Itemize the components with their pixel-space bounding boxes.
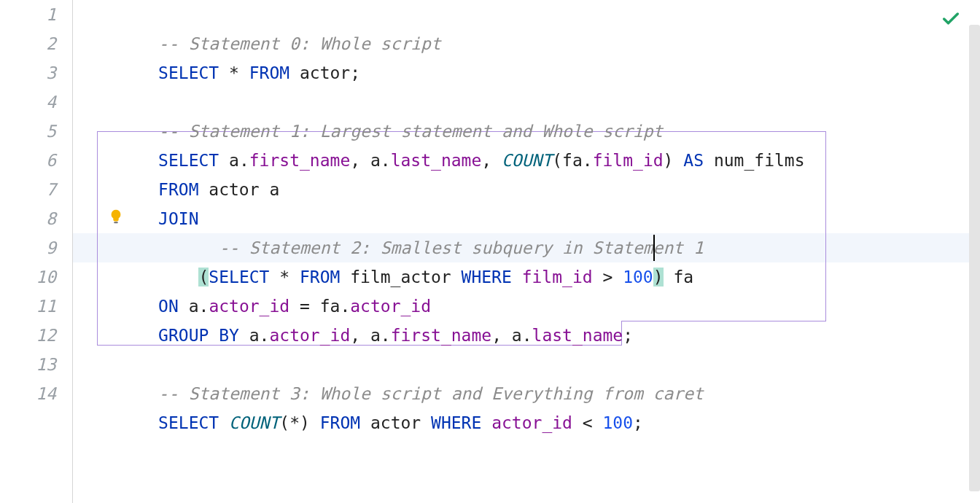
gutter-line-number: 4 — [0, 87, 56, 117]
keyword-select: SELECT — [158, 63, 219, 82]
column-actor-id: actor_id — [491, 413, 572, 432]
scrollbar-thumb[interactable] — [969, 25, 980, 491]
column-actor-id: actor_id — [269, 326, 350, 345]
keyword-where: WHERE — [431, 413, 481, 432]
bracket-close: ) — [653, 268, 664, 286]
comment-text: -- Statement 3: Whole script and Everyth… — [158, 384, 704, 403]
text-caret — [653, 235, 655, 261]
column-film-id: film_id — [593, 151, 664, 170]
number-literal: 100 — [623, 268, 653, 286]
column-first-name: first_name — [391, 326, 491, 345]
bracket-open: ( — [198, 268, 209, 286]
keyword-select: SELECT — [158, 413, 219, 432]
gutter-line-number: 13 — [0, 350, 56, 379]
keyword-from: FROM — [158, 180, 198, 199]
keyword-select: SELECT — [209, 268, 269, 286]
keyword-from: FROM — [320, 413, 360, 432]
keyword-where: WHERE — [462, 268, 512, 286]
comment-text: -- Statement 1: Largest statement and Wh… — [158, 122, 663, 141]
gutter-line-number: 11 — [0, 292, 56, 321]
column-film-id: film_id — [522, 268, 593, 286]
vertical-scrollbar[interactable] — [969, 25, 980, 491]
keyword-join: JOIN — [158, 209, 198, 228]
code-line[interactable]: -- Statement 3: Whole script and Everyth… — [73, 350, 980, 379]
gutter-line-number: 12 — [0, 321, 56, 350]
gutter-line-number: 2 — [0, 29, 56, 58]
keyword-group-by: GROUP BY — [158, 326, 239, 345]
gutter-line-number: 14 — [0, 379, 56, 408]
function-count: COUNT — [502, 151, 552, 170]
keyword-on: ON — [158, 297, 179, 316]
gutter-line-number: 5 — [0, 117, 56, 146]
gutter-line-number: 3 — [0, 58, 56, 87]
comment-text: -- Statement 0: Whole script — [158, 34, 441, 53]
svg-rect-0 — [114, 222, 118, 223]
keyword-from: FROM — [249, 63, 289, 82]
function-count: COUNT — [229, 413, 279, 432]
column-last-name: last_name — [532, 326, 623, 345]
keyword-as: AS — [683, 151, 704, 170]
gutter-line-number: 6 — [0, 146, 56, 175]
code-line[interactable]: -- Statement 1: Largest statement and Wh… — [73, 87, 980, 117]
code-editor[interactable]: 1 2 3 4 5 6 7 8 9 10 11 12 13 14 -- Stat… — [0, 0, 980, 503]
code-line[interactable]: -- Statement 0: Whole script — [73, 0, 980, 29]
gutter-line-number: 1 — [0, 0, 56, 29]
column-first-name: first_name — [249, 151, 350, 170]
gutter-line-number: 7 — [0, 175, 56, 204]
number-literal: 100 — [602, 413, 633, 432]
gutter-line-number: 9 — [0, 233, 56, 262]
checkmark-icon[interactable] — [941, 9, 961, 29]
gutter-line-number: 10 — [0, 262, 56, 292]
lightbulb-icon[interactable] — [108, 208, 124, 225]
keyword-select: SELECT — [158, 151, 219, 170]
gutter: 1 2 3 4 5 6 7 8 9 10 11 12 13 14 — [0, 0, 73, 503]
column-last-name: last_name — [391, 151, 482, 170]
column-actor-id: actor_id — [209, 297, 289, 316]
keyword-from: FROM — [300, 268, 340, 286]
code-line[interactable]: -- Statement 2: Smallest subquery in Sta… — [73, 204, 980, 233]
comment-text: -- Statement 2: Smallest subquery in Sta… — [219, 238, 704, 257]
code-area[interactable]: -- Statement 0: Whole script SELECT * FR… — [73, 0, 980, 503]
column-actor-id: actor_id — [350, 297, 431, 316]
gutter-line-number: 8 — [0, 204, 56, 233]
